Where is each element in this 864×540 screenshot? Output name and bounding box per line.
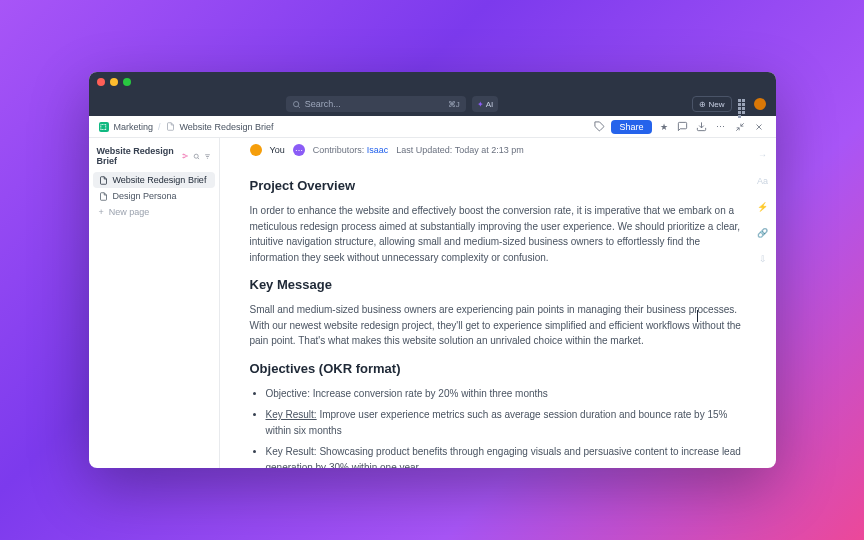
document-icon: [166, 122, 175, 131]
svg-point-1: [183, 154, 184, 155]
more-icon[interactable]: ⋯: [714, 120, 728, 134]
document-icon: [99, 192, 108, 201]
download-icon[interactable]: [695, 120, 709, 134]
heading-project-overview: Project Overview: [250, 178, 746, 193]
new-button[interactable]: ⊕ New: [692, 96, 732, 112]
rail-arrow-icon[interactable]: →: [756, 148, 770, 162]
ai-button[interactable]: ✦ AI: [472, 96, 499, 112]
plus-icon: ⊕: [699, 100, 706, 109]
breadcrumb-bar: ⬚ Marketing / Website Redesign Brief Sha…: [89, 116, 776, 138]
objectives-list: Objective: Increase conversion rate by 2…: [250, 386, 746, 469]
window-zoom-dot[interactable]: [123, 78, 131, 86]
sidebar-item-label: Design Persona: [113, 191, 177, 201]
search-input[interactable]: Search... ⌘J: [286, 96, 466, 112]
rail-bolt-icon[interactable]: ⚡: [756, 200, 770, 214]
doc-meta: You ⋯ Contributors: Isaac Last Updated: …: [250, 142, 746, 170]
rail-typography-icon[interactable]: Aa: [756, 174, 770, 188]
breadcrumb-page[interactable]: Website Redesign Brief: [180, 122, 274, 132]
sidebar: Website Redesign Brief Website Redesign …: [89, 138, 220, 468]
window-close-dot[interactable]: [97, 78, 105, 86]
share-button[interactable]: Share: [611, 120, 651, 134]
heading-key-message: Key Message: [250, 277, 746, 292]
main-area: Website Redesign Brief Website Redesign …: [89, 138, 776, 468]
sidebar-item-design-persona[interactable]: Design Persona: [93, 188, 215, 204]
list-item: Key Result: Showcasing product benefits …: [266, 444, 746, 468]
sidebar-new-page[interactable]: + New page: [93, 204, 215, 220]
svg-point-0: [293, 101, 298, 106]
hierarchy-icon[interactable]: [182, 152, 188, 160]
sidebar-item-label: Website Redesign Brief: [113, 175, 207, 185]
svg-point-3: [187, 155, 188, 156]
search-sidebar-icon[interactable]: [193, 152, 200, 161]
author-avatar[interactable]: [250, 144, 262, 156]
collapse-icon[interactable]: [733, 120, 747, 134]
text-cursor: [697, 310, 698, 322]
search-icon: [292, 100, 301, 109]
plus-icon: +: [99, 207, 104, 217]
close-icon[interactable]: [752, 120, 766, 134]
breadcrumb-root[interactable]: Marketing: [114, 122, 154, 132]
updated-label: Last Updated:: [396, 145, 452, 155]
sparkle-icon: ✦: [477, 100, 484, 109]
list-item: Key Result: Improve user experience metr…: [266, 407, 746, 438]
svg-point-4: [194, 154, 198, 158]
right-rail: → Aa ⚡ 🔗 ⇩: [756, 148, 770, 266]
ai-label: AI: [486, 100, 494, 109]
svg-point-2: [183, 157, 184, 158]
rail-link-icon[interactable]: 🔗: [756, 226, 770, 240]
tag-icon[interactable]: [592, 120, 606, 134]
star-icon[interactable]: ★: [657, 120, 671, 134]
key-result-underline: Key Result:: [266, 409, 317, 420]
author-you: You: [270, 145, 285, 155]
workspace-icon[interactable]: ⬚: [99, 122, 109, 132]
contributor-link[interactable]: Isaac: [367, 145, 389, 155]
paragraph-key-message: Small and medium-sized business owners a…: [250, 302, 746, 349]
new-label: New: [709, 100, 725, 109]
window-minimize-dot[interactable]: [110, 78, 118, 86]
sidebar-title: Website Redesign Brief: [97, 146, 175, 166]
updated-value: Today at 2:13 pm: [455, 145, 524, 155]
document-content[interactable]: → Aa ⚡ 🔗 ⇩ You ⋯ Contributors: Isaac Las…: [220, 138, 776, 468]
new-page-label: New page: [109, 207, 150, 217]
titlebar: [89, 72, 776, 92]
heading-objectives: Objectives (OKR format): [250, 361, 746, 376]
sidebar-title-row: Website Redesign Brief: [93, 144, 215, 172]
key-result-text: Improve user experience metrics such as …: [266, 409, 728, 436]
paragraph-overview: In order to enhance the website and effe…: [250, 203, 746, 265]
document-icon: [99, 176, 108, 185]
filter-icon[interactable]: [204, 152, 211, 161]
contributor-avatar[interactable]: ⋯: [293, 144, 305, 156]
list-item: Objective: Increase conversion rate by 2…: [266, 386, 746, 402]
apps-grid-icon[interactable]: [738, 99, 748, 109]
comment-icon[interactable]: [676, 120, 690, 134]
sidebar-item-website-redesign-brief[interactable]: Website Redesign Brief: [93, 172, 215, 188]
rail-export-icon[interactable]: ⇩: [756, 252, 770, 266]
breadcrumb-separator: /: [158, 122, 161, 132]
search-placeholder: Search...: [305, 99, 341, 109]
avatar[interactable]: [754, 98, 766, 110]
app-window: Search... ⌘J ✦ AI ⊕ New ⬚ Marketing / We…: [89, 72, 776, 468]
topbar: Search... ⌘J ✦ AI ⊕ New: [89, 92, 776, 116]
contributors-label: Contributors:: [313, 145, 365, 155]
search-shortcut: ⌘J: [448, 100, 460, 109]
